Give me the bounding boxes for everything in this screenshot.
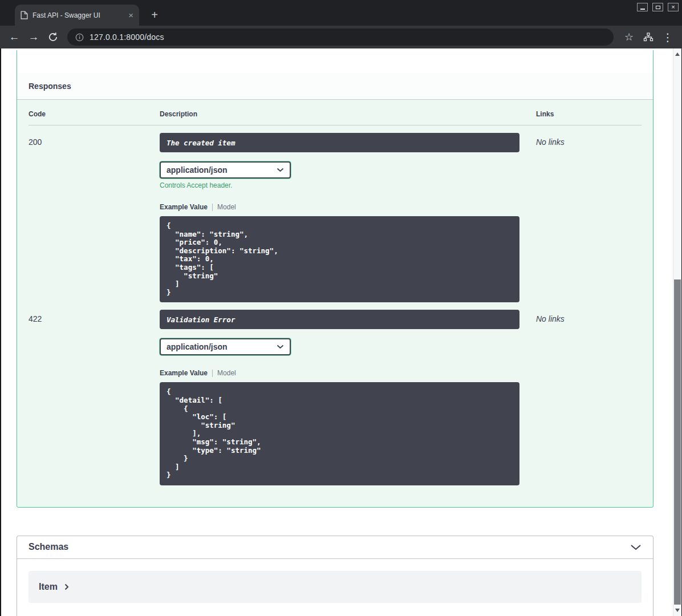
- tab-model[interactable]: Model: [217, 203, 236, 211]
- scroll-up-arrow[interactable]: [673, 50, 681, 58]
- responses-title: Responses: [29, 82, 71, 91]
- triangle-up-icon: [675, 52, 680, 56]
- tab-separator: [212, 370, 213, 377]
- maximize-button[interactable]: [652, 3, 663, 11]
- bookmark-star-icon[interactable]: ☆: [620, 29, 638, 46]
- schemas-header[interactable]: Schemas: [17, 536, 653, 559]
- tab-separator: [212, 204, 213, 211]
- example-json-block: { "name": "string", "price": 0, "descrip…: [160, 216, 519, 302]
- browser-window: Fast API - Swagger UI × + × ← → 127.0.0.…: [0, 0, 682, 616]
- minimize-icon: [640, 9, 645, 10]
- forward-button[interactable]: →: [25, 29, 42, 46]
- chevron-down-icon: [277, 168, 284, 172]
- tab-example-value[interactable]: Example Value: [160, 369, 208, 377]
- tab-title: Fast API - Swagger UI: [33, 11, 125, 19]
- example-model-tabs: Example Value Model: [160, 203, 536, 211]
- url-text: 127.0.0.1:8000/docs: [90, 33, 164, 42]
- response-links: No links: [536, 133, 642, 302]
- schemas-title: Schemas: [29, 542, 68, 552]
- responses-table: Code Description Links 200 The created i…: [17, 100, 653, 507]
- navigation-bar: ← → 127.0.0.1:8000/docs ☆ ⋮: [0, 26, 682, 48]
- page-scrollbar[interactable]: [673, 48, 681, 616]
- browser-tab[interactable]: Fast API - Swagger UI ×: [15, 5, 139, 26]
- schemas-body: Item ValidationError: [17, 559, 653, 616]
- reload-icon: [48, 32, 58, 42]
- model-item[interactable]: Item: [29, 571, 642, 603]
- window-controls: ×: [637, 3, 679, 11]
- response-code: 200: [29, 133, 160, 302]
- close-button[interactable]: ×: [668, 3, 679, 11]
- swagger-page: Responses Code Description Links 200: [1, 48, 673, 616]
- header-code: Code: [29, 110, 160, 118]
- maximize-icon: [656, 6, 660, 9]
- scroll-down-arrow[interactable]: [673, 606, 681, 614]
- responses-table-header: Code Description Links: [29, 110, 642, 125]
- tab-close-icon[interactable]: ×: [128, 11, 133, 19]
- responses-panel: Responses Code Description Links 200: [17, 50, 653, 508]
- tab-example-value[interactable]: Example Value: [160, 203, 208, 211]
- response-code: 422: [29, 310, 160, 485]
- chevron-down-icon: [630, 544, 642, 550]
- back-button[interactable]: ←: [6, 29, 23, 46]
- page-favicon-icon: [21, 11, 28, 19]
- schemas-section: Schemas Item ValidationError: [17, 536, 653, 616]
- scrollbar-thumb[interactable]: [674, 279, 681, 605]
- reload-button[interactable]: [44, 29, 62, 46]
- browser-menu-icon[interactable]: ⋮: [659, 29, 676, 46]
- tab-model[interactable]: Model: [217, 369, 236, 377]
- header-links: Links: [536, 110, 642, 118]
- example-json-block: { "detail": [ { "loc": [ "string" ], "ms…: [160, 382, 519, 485]
- site-info-icon[interactable]: [75, 33, 84, 42]
- example-model-tabs: Example Value Model: [160, 369, 536, 377]
- chevron-down-icon: [277, 345, 284, 349]
- response-row-200: 200 The created item application/json Co…: [29, 125, 642, 302]
- content-type-select[interactable]: application/json: [160, 338, 291, 355]
- response-description: The created item: [160, 133, 519, 152]
- response-description: Validation Error: [160, 310, 519, 329]
- site-hierarchy-icon[interactable]: [640, 29, 657, 46]
- chevron-right-icon: [64, 583, 69, 590]
- page-viewport: Responses Code Description Links 200: [0, 48, 682, 616]
- response-row-422: 422 Validation Error application/json: [29, 302, 642, 485]
- tab-strip: Fast API - Swagger UI × + ×: [0, 0, 682, 26]
- response-links: No links: [536, 310, 642, 485]
- header-description: Description: [160, 110, 536, 118]
- new-tab-button[interactable]: +: [147, 7, 162, 22]
- responses-header: Responses: [17, 73, 653, 100]
- content-type-select[interactable]: application/json: [160, 161, 291, 179]
- address-bar[interactable]: 127.0.0.1:8000/docs: [67, 29, 614, 46]
- triangle-down-icon: [675, 609, 680, 612]
- minimize-button[interactable]: [637, 3, 648, 11]
- accept-header-note: Controls Accept header.: [160, 181, 536, 189]
- opblock-body-spacer: [17, 50, 653, 73]
